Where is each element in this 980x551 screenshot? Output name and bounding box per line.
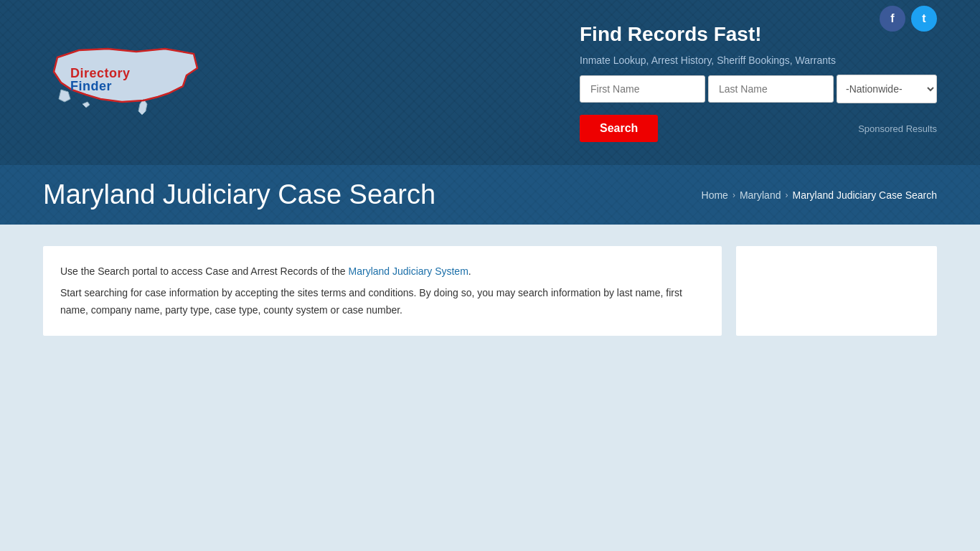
- content-paragraph-2: Start searching for case information by …: [60, 285, 705, 319]
- twitter-button[interactable]: t: [911, 6, 937, 32]
- svg-text:Directory: Directory: [70, 66, 131, 80]
- find-records-subtitle: Inmate Lookup, Arrest History, Sheriff B…: [580, 55, 937, 66]
- logo-map-icon: Directory Finder: [43, 36, 208, 122]
- page-title-bar: Maryland Judiciary Case Search Home › Ma…: [0, 165, 980, 225]
- breadcrumb-home[interactable]: Home: [702, 189, 728, 201]
- sponsored-text: Sponsored Results: [858, 123, 937, 134]
- breadcrumb-current: Maryland Judiciary Case Search: [792, 189, 937, 201]
- header-banner: Directory Finder Find Records Fast! Inma…: [0, 0, 980, 165]
- search-form: -Nationwide-: [580, 75, 937, 103]
- header-right: Find Records Fast! Inmate Lookup, Arrest…: [580, 23, 937, 142]
- breadcrumb: Home › Maryland › Maryland Judiciary Cas…: [702, 189, 937, 201]
- twitter-icon: t: [922, 12, 925, 25]
- content-left: Use the Search portal to access Case and…: [43, 246, 722, 336]
- content-right-ad: [736, 246, 937, 336]
- search-button[interactable]: Search: [580, 115, 658, 142]
- logo-area: Directory Finder: [43, 36, 215, 129]
- svg-text:Finder: Finder: [70, 79, 112, 93]
- last-name-input[interactable]: [708, 75, 834, 103]
- breadcrumb-separator-2: ›: [785, 190, 788, 200]
- first-name-input[interactable]: [580, 75, 705, 103]
- main-content: Use the Search portal to access Case and…: [0, 225, 980, 357]
- social-bar: f t: [880, 6, 937, 32]
- judiciary-link[interactable]: Maryland Judiciary System: [349, 265, 468, 277]
- breadcrumb-separator-1: ›: [732, 190, 735, 200]
- state-select[interactable]: -Nationwide-: [837, 75, 937, 103]
- logo-container: Directory Finder: [43, 36, 215, 129]
- search-btn-row: Search Sponsored Results: [580, 115, 937, 142]
- page-main-title: Maryland Judiciary Case Search: [43, 179, 435, 210]
- facebook-button[interactable]: f: [880, 6, 905, 32]
- breadcrumb-state[interactable]: Maryland: [740, 189, 781, 201]
- facebook-icon: f: [890, 12, 894, 25]
- content-paragraph-1: Use the Search portal to access Case and…: [60, 263, 705, 281]
